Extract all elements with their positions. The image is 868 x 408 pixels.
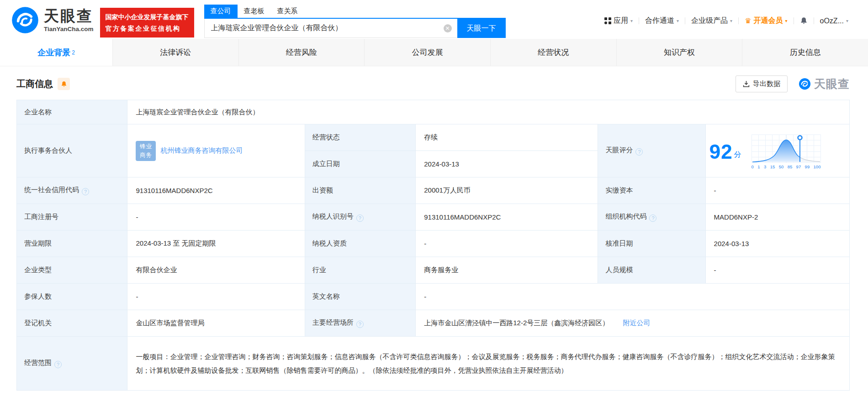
tab-operating-status[interactable]: 经营状况: [490, 39, 616, 66]
staff-size-value: -: [705, 257, 849, 284]
tick-label: 99: [805, 164, 810, 169]
field-label: 纳税人资质: [305, 231, 415, 257]
chevron-down-icon: ▾: [677, 18, 679, 23]
industry-value: 商务服务业: [416, 257, 598, 284]
tab-legal-proceedings[interactable]: 法律诉讼: [112, 39, 238, 66]
help-icon[interactable]: [54, 361, 62, 368]
crown-icon: ♛: [745, 16, 751, 25]
partner-company-link[interactable]: 杭州锋业商务咨询有限公司: [160, 146, 243, 155]
taxpayer-no-label: 纳税人识别号: [312, 212, 354, 220]
search-input[interactable]: [204, 19, 457, 38]
score-marker-pin: [798, 135, 802, 140]
badge-text: 商务: [140, 151, 152, 159]
nav-cooperation[interactable]: 合作通道 ▾: [639, 16, 685, 26]
field-label: 行业: [305, 257, 415, 284]
executive-partner-cell: 锋业 商务 杭州锋业商务咨询有限公司: [127, 124, 305, 177]
field-label: 核准日期: [598, 231, 705, 257]
field-label: 企业名称: [17, 100, 127, 124]
gov-badge-line2: 官方备案企业征信机构: [106, 23, 189, 34]
clear-search-icon[interactable]: ✕: [444, 24, 452, 32]
search-tab-relation[interactable]: 查关系: [271, 5, 304, 18]
nav-user-menu[interactable]: oOzZ... ▾: [814, 17, 854, 25]
field-label: 英文名称: [305, 284, 415, 310]
tab-label: 知识产权: [664, 47, 695, 58]
tick-label: 85: [788, 164, 793, 169]
logo-swirl-icon: [799, 78, 811, 90]
export-label: 导出数据: [753, 80, 780, 88]
nearby-companies-link[interactable]: 附近公司: [623, 319, 650, 327]
table-row: 工商注册号 - 纳税人识别号 91310116MADD6NXP2C 组织机构代码…: [17, 204, 850, 231]
address-value: 上海市金山区漕泾镇中一西路12-2号三层（鑫滨海经济园区）: [424, 319, 609, 327]
table-row: 登记机关 金山区市场监督管理局 主要经营场所 上海市金山区漕泾镇中一西路12-2…: [17, 310, 850, 337]
score-cell: 92 分: [705, 124, 849, 177]
term-value: 2024-03-13 至 无固定期限: [127, 231, 305, 257]
tab-company-development[interactable]: 公司发展: [364, 39, 490, 66]
field-label: 组织机构代码: [598, 204, 705, 231]
badge-text: 锋业: [140, 142, 152, 150]
search-button[interactable]: 天眼一下: [457, 19, 506, 38]
tab-label: 经营状况: [538, 47, 569, 58]
field-label: 主要经营场所: [305, 310, 415, 337]
help-icon[interactable]: [635, 148, 643, 156]
table-row: 企业类型 有限合伙企业 行业 商务服务业 人员规模 -: [17, 257, 850, 284]
scope-label: 经营范围: [24, 359, 52, 366]
tick-label: 3: [764, 164, 766, 169]
tianyancha-watermark: 天眼查: [799, 76, 850, 91]
logo-title: 天眼查: [44, 8, 94, 24]
credit-code-label: 统一社会信用代码: [24, 186, 79, 193]
tab-intellectual-property[interactable]: 知识产权: [616, 39, 742, 66]
score-unit: 分: [734, 150, 741, 160]
nav-enterprise-label: 企业级产品: [691, 16, 728, 26]
field-label: 登记机关: [17, 310, 127, 337]
tab-label: 法律诉讼: [160, 47, 191, 58]
tab-label: 经营风险: [286, 47, 317, 58]
business-info-header: 工商信息 导出数据 天眼查: [0, 66, 868, 99]
nav-cooperation-label: 合作通道: [645, 16, 674, 26]
section-title: 工商信息: [16, 78, 53, 90]
tab-history-info[interactable]: 历史信息: [742, 39, 868, 66]
table-row: 执行事务合伙人 锋业 商务 杭州锋业商务咨询有限公司 经营状态 存续 天眼评分 …: [17, 124, 850, 151]
download-icon: [743, 81, 750, 87]
nav-vip-membership[interactable]: ♛ 开通会员 ▾: [739, 16, 793, 26]
partner-avatar-badge[interactable]: 锋业 商务: [136, 141, 156, 161]
field-label: 执行事务合伙人: [17, 124, 127, 177]
tianyancha-logo[interactable]: 天眼查 TianYanCha.com: [11, 6, 94, 34]
field-label: 统一社会信用代码: [17, 177, 127, 204]
tick-label: 15: [770, 164, 775, 169]
table-row: 企业名称 上海琏宸企业管理合伙企业（有限合伙）: [17, 100, 850, 124]
score-label: 天眼评分: [605, 146, 633, 154]
credit-code-value: 91310116MADD6NXP2C: [127, 177, 305, 204]
search-tab-company[interactable]: 查公司: [204, 5, 238, 18]
nav-enterprise-products[interactable]: 企业级产品 ▾: [685, 16, 738, 26]
search-area: 查公司 查老板 查关系 ✕ 天眼一下: [204, 4, 506, 38]
help-icon[interactable]: [356, 215, 364, 222]
address-label: 主要经营场所: [312, 318, 354, 326]
table-row: 统一社会信用代码 91310116MADD6NXP2C 出资额 20001万人民…: [17, 177, 850, 204]
export-data-button[interactable]: 导出数据: [736, 75, 788, 92]
help-icon[interactable]: [356, 321, 364, 328]
tick-label: 100: [814, 164, 821, 169]
search-tab-boss[interactable]: 查老板: [238, 5, 271, 18]
nav-notifications[interactable]: [794, 17, 814, 25]
score-chart-ticks: 0131550859799100: [752, 164, 821, 169]
nav-apps[interactable]: 应用 ▾: [598, 16, 639, 26]
monitor-bell-button[interactable]: [58, 78, 70, 90]
tab-company-background[interactable]: 企业背景2: [0, 39, 112, 66]
tab-operating-risk[interactable]: 经营风险: [238, 39, 365, 66]
table-row: 经营范围 一般项目：企业管理；企业管理咨询；财务咨询；咨询策划服务；信息咨询服务…: [17, 337, 850, 391]
chevron-down-icon: ▾: [730, 18, 732, 23]
score-distribution-chart: 0131550859799100: [752, 134, 821, 169]
status-value: 存续: [416, 124, 598, 151]
help-icon[interactable]: [649, 215, 656, 222]
tab-count: 2: [72, 49, 75, 56]
contribution-value: 20001万人民币: [416, 177, 598, 204]
logo-swirl-icon: [11, 6, 39, 34]
tab-label: 企业背景: [37, 47, 70, 58]
chevron-down-icon: ▾: [785, 18, 787, 23]
org-code-value: MADD6NXP-2: [705, 204, 849, 231]
company-profile-tabs: 企业背景2 法律诉讼 经营风险 公司发展 经营状况 知识产权 历史信息: [0, 39, 868, 66]
paid-capital-value: -: [705, 177, 849, 204]
business-info-table: 企业名称 上海琏宸企业管理合伙企业（有限合伙） 执行事务合伙人 锋业 商务 杭州…: [16, 100, 850, 391]
tick-label: 0: [752, 164, 754, 169]
help-icon[interactable]: [82, 188, 89, 195]
